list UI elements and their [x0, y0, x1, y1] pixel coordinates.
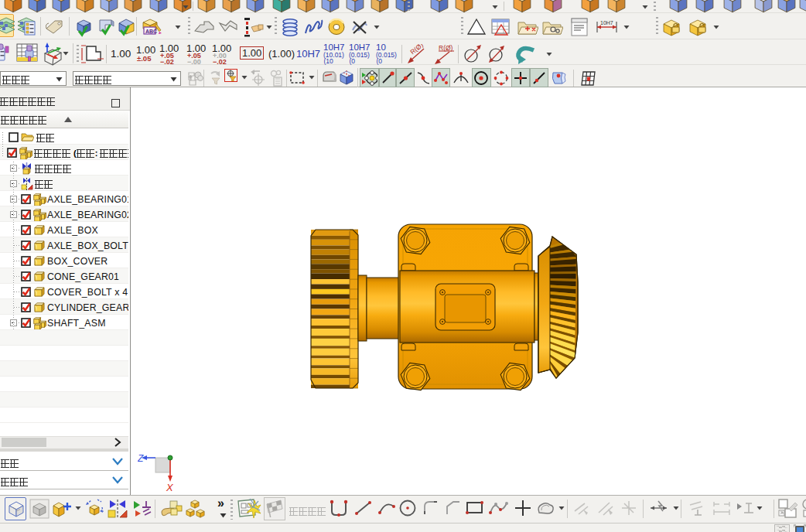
- svg-text:X: X: [166, 482, 174, 493]
- svg-text:Z: Z: [138, 453, 144, 464]
- svg-text:ABC: ABC: [145, 29, 157, 34]
- svg-text:10H7: 10H7: [600, 20, 613, 26]
